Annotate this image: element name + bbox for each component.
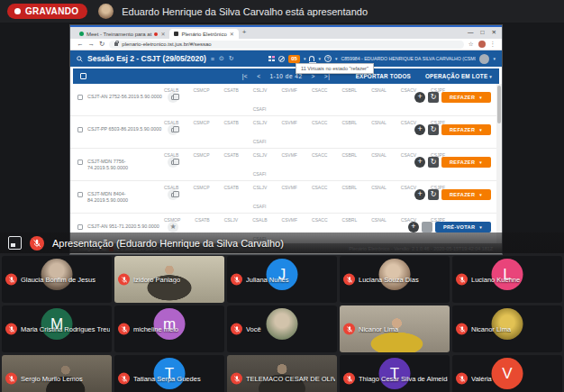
window-maximize-button[interactable]: □: [481, 29, 485, 36]
row-type-icon-wrap[interactable]: [168, 124, 178, 135]
participant-tile[interactable]: Luciana Souza Dias: [340, 256, 450, 303]
refresh-icon[interactable]: ↻: [229, 55, 234, 62]
sync-button[interactable]: ↻: [422, 222, 432, 232]
tab-meet[interactable]: Meet - Treinamento para at ✕: [75, 29, 169, 39]
row-checkbox[interactable]: [77, 160, 83, 165]
column-label: CSVMF: [282, 217, 298, 223]
row-action-button[interactable]: REFAZER ▼: [441, 157, 491, 168]
add-button[interactable]: +: [408, 222, 419, 232]
participant-tile[interactable]: Nicanor Lima: [340, 305, 450, 352]
chevron-down-icon[interactable]: ▾: [335, 56, 338, 61]
add-button[interactable]: +: [414, 124, 425, 135]
list-icon[interactable]: ≡: [211, 56, 214, 62]
participant-tile[interactable]: L Luciano Kuehne: [452, 256, 562, 303]
participant-tile[interactable]: m micheline melo: [114, 305, 224, 352]
participants-grid: Glaucia Bonfim de Jesus Izidoro Paniago …: [0, 253, 564, 392]
participant-tile[interactable]: Sergio Murilo Lemos: [2, 355, 112, 392]
participant-tile[interactable]: J Juliana Nunes: [227, 256, 337, 303]
next-page-button[interactable]: >: [312, 73, 315, 79]
block-icon[interactable]: [278, 56, 285, 62]
mic-muted-icon: [231, 274, 242, 286]
table-scrollbar[interactable]: [496, 84, 502, 243]
browser-menu-icon[interactable]: ⋮: [490, 41, 496, 48]
row-action-button[interactable]: REFAZER ▼: [441, 124, 491, 135]
mic-muted-icon: [456, 274, 468, 286]
column-label: CSMCP: [193, 120, 209, 125]
chevron-down-icon[interactable]: ▾: [493, 56, 496, 61]
row-action-label: REFAZER: [450, 160, 475, 165]
center-column-label: CSAFI: [70, 171, 449, 177]
column-label: CSVMF: [281, 152, 297, 158]
add-button[interactable]: +: [414, 92, 425, 103]
participant-tile[interactable]: V Valéria: [452, 355, 562, 392]
sync-button[interactable]: ↻: [428, 92, 439, 103]
row-action-button[interactable]: REFAZER ▼: [441, 189, 491, 200]
user-avatar[interactable]: [479, 54, 489, 64]
table-row[interactable]: CSALBCSMCPCSATBCSLJVCSVMFCSACCCSBRLCSNAL…: [70, 149, 502, 181]
star-icon: ★: [169, 223, 176, 231]
participant-tile[interactable]: Izidoro Paniago: [114, 256, 224, 303]
chevron-down-icon[interactable]: ▾: [304, 56, 306, 61]
row-type-icon-wrap[interactable]: [168, 157, 178, 168]
back-icon[interactable]: ←: [77, 41, 84, 48]
row-checkbox[interactable]: [77, 95, 83, 100]
browser-tab-strip: Meet - Treinamento para at ✕ Plenário El…: [70, 27, 502, 39]
row-type-icon-wrap[interactable]: [168, 92, 178, 103]
tab-close-icon[interactable]: ✕: [160, 31, 165, 37]
table-row[interactable]: CSALBCSMCPCSATBCSLJVCSVMFCSACCCSBRLCSNAL…: [70, 181, 502, 214]
search-icon[interactable]: [77, 56, 83, 62]
notification-badge[interactable]: 05: [288, 55, 300, 63]
participant-tile[interactable]: T Thiago Cesar Silva de Almeida: [340, 355, 450, 392]
reload-icon[interactable]: ↻: [99, 41, 105, 48]
bookmark-star-icon[interactable]: ☆: [468, 41, 474, 48]
help-icon[interactable]: ?: [324, 55, 332, 62]
row-checkbox[interactable]: [77, 224, 83, 230]
prev-page-button[interactable]: <: [257, 73, 260, 79]
participant-tile[interactable]: T Tatiana Serpa Guedes: [114, 355, 224, 392]
row-type-icon-wrap[interactable]: ★: [168, 222, 178, 232]
sync-button[interactable]: ↻: [428, 124, 439, 135]
add-button[interactable]: +: [414, 189, 425, 200]
url-input[interactable]: plenario-eletronico.tst.jus.br/#/sessao: [109, 41, 463, 49]
clock-icon[interactable]: ⊙: [219, 55, 224, 62]
row-type-icon-wrap[interactable]: [168, 189, 178, 200]
table-row[interactable]: CSALBCSMCPCSATBCSLJVCSVMFCSACCCSBRLCSNAL…: [70, 116, 502, 149]
participant-name: Você: [246, 325, 261, 333]
presenter-avatar: [98, 4, 114, 19]
window-minimize-button[interactable]: —: [468, 29, 474, 36]
shared-screen[interactable]: Meet - Treinamento para at ✕ Plenário El…: [70, 25, 502, 254]
tab-plenario[interactable]: Plenário Eletrônico ✕: [169, 29, 238, 39]
sync-button[interactable]: ↻: [428, 189, 439, 200]
unpin-presentation-icon[interactable]: [8, 236, 22, 250]
column-label: CSNAL: [371, 152, 387, 158]
window-close-button[interactable]: ✕: [492, 29, 496, 36]
chevron-down-icon[interactable]: ▾: [318, 56, 321, 61]
column-label: CSLJV: [253, 185, 268, 190]
participant-tile[interactable]: Glaucia Bonfim de Jesus: [2, 256, 112, 303]
new-tab-button[interactable]: +: [242, 28, 247, 36]
add-button[interactable]: +: [414, 157, 425, 168]
session-title: Sessão Esj 2 - CSJT (29/05/2020): [87, 54, 206, 63]
participant-tile[interactable]: Nicanor Lima: [452, 305, 562, 352]
row-action-label: PRÉ-VOTAR: [443, 224, 475, 230]
row-action-button[interactable]: REFAZER ▼: [441, 92, 491, 103]
mic-muted-icon: [343, 324, 355, 335]
row-checkbox[interactable]: [77, 127, 83, 132]
tab-close-icon[interactable]: ✕: [230, 31, 234, 37]
table-row[interactable]: CSALBCSMCPCSATBCSLJVCSVMFCSACCCSBRLCSNAL…: [70, 84, 502, 116]
participant-tile[interactable]: Você: [227, 305, 337, 352]
sync-button[interactable]: ↻: [428, 157, 439, 168]
row-action-button[interactable]: PRÉ-VOTAR ▼: [435, 222, 491, 232]
browser-profile-avatar[interactable]: [478, 41, 486, 48]
column-label: CSLJV: [253, 120, 268, 125]
column-label: CSATB: [224, 120, 239, 125]
apps-grid-icon[interactable]: [268, 56, 275, 61]
participant-tile[interactable]: M Maria Cristina Rodrigues Treu: [2, 305, 112, 352]
participant-tile[interactable]: TELEMACO CESAR DE OLIV...: [227, 355, 337, 392]
column-label: CSBRL: [341, 185, 357, 190]
first-page-button[interactable]: |<: [242, 73, 248, 79]
bell-icon[interactable]: [309, 56, 314, 61]
last-page-button[interactable]: >|: [324, 73, 330, 79]
forward-icon[interactable]: →: [88, 41, 96, 48]
row-checkbox[interactable]: [77, 192, 83, 197]
